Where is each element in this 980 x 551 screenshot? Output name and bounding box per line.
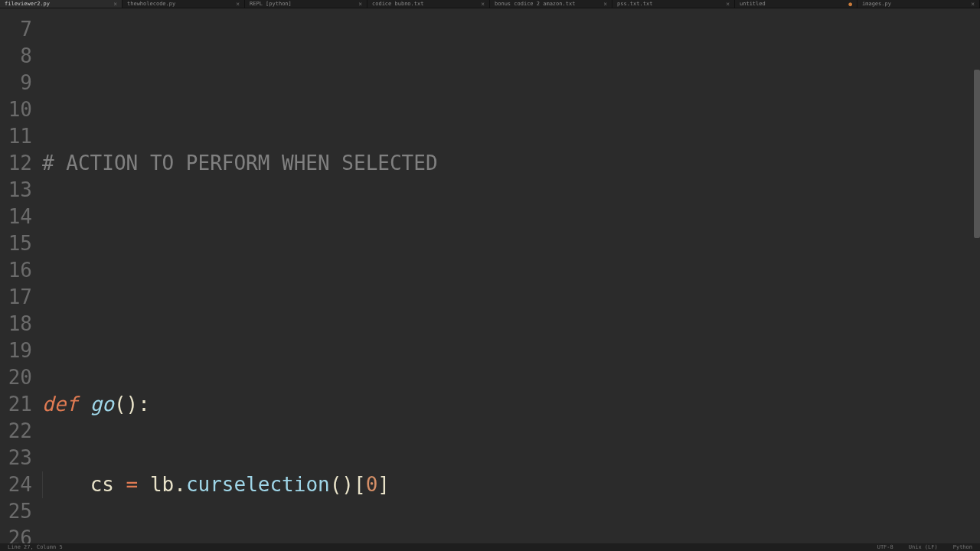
line-number[interactable]: 23: [0, 445, 38, 471]
close-icon[interactable]: ×: [236, 1, 240, 8]
status-bar: Line 27, Column 5 UTF-8 Unix (LF) Python: [0, 543, 980, 551]
line-number[interactable]: 9: [0, 70, 38, 96]
tab-label: images.py: [862, 1, 891, 7]
status-position[interactable]: Line 27, Column 5: [8, 544, 63, 550]
tab-label: fileviewer2.py: [5, 1, 50, 7]
code-line[interactable]: [42, 311, 974, 337]
modified-indicator-icon[interactable]: ●: [848, 1, 852, 8]
code-line[interactable]: [42, 230, 974, 257]
tab-label: codice bubno.txt: [372, 1, 423, 7]
line-number[interactable]: 21: [0, 391, 38, 418]
tab-label: REPL [python]: [250, 1, 292, 7]
keyword-def: def: [42, 393, 78, 416]
status-encoding[interactable]: UTF-8: [877, 544, 893, 550]
tab-images-py[interactable]: images.py×: [858, 0, 980, 8]
line-number[interactable]: 7: [0, 16, 38, 43]
line-number[interactable]: 22: [0, 418, 38, 445]
tab-pss-txt-txt[interactable]: pss.txt.txt×: [612, 0, 735, 8]
line-number[interactable]: 10: [0, 96, 38, 123]
line-number[interactable]: 18: [0, 311, 38, 337]
close-icon[interactable]: ×: [113, 1, 117, 8]
code-line[interactable]: def go():: [42, 391, 974, 418]
line-number[interactable]: 20: [0, 364, 38, 391]
tab-label: bonus codice 2 amazon.txt: [495, 1, 575, 7]
gutter: 7891011121314151617181920212223242526: [0, 8, 38, 544]
line-number[interactable]: 24: [0, 471, 38, 498]
line-number[interactable]: 15: [0, 230, 38, 257]
code-line[interactable]: [42, 70, 974, 96]
editor-area[interactable]: 7891011121314151617181920212223242526 # …: [0, 8, 980, 544]
line-number[interactable]: 26: [0, 525, 38, 544]
tab-fileviewer2-py[interactable]: fileviewer2.py×: [0, 0, 122, 8]
status-language[interactable]: Python: [953, 544, 972, 550]
code-view[interactable]: # ACTION TO PERFORM WHEN SELECTED def go…: [42, 8, 974, 544]
func-name: go: [90, 393, 114, 416]
tab-label: thewholecode.py: [127, 1, 175, 7]
tab-thewholecode-py[interactable]: thewholecode.py×: [122, 0, 245, 8]
tab-repl-python-[interactable]: REPL [python]×: [245, 0, 368, 8]
line-number[interactable]: 13: [0, 177, 38, 204]
scrollbar-thumb[interactable]: [974, 70, 980, 238]
vertical-scrollbar[interactable]: [974, 16, 980, 536]
close-icon[interactable]: ×: [481, 1, 485, 8]
line-number[interactable]: 8: [0, 43, 38, 70]
line-number[interactable]: 19: [0, 337, 38, 364]
code-line[interactable]: cs = lb.curselection()[0]: [42, 471, 974, 498]
tab-bonus-codice-2-amazon-txt[interactable]: bonus codice 2 amazon.txt×: [490, 0, 612, 8]
line-number[interactable]: 25: [0, 498, 38, 525]
tab-label: pss.txt.txt: [617, 1, 652, 7]
line-number[interactable]: 11: [0, 123, 38, 150]
close-icon[interactable]: ×: [358, 1, 362, 8]
line-number[interactable]: 16: [0, 257, 38, 284]
code-line[interactable]: # ACTION TO PERFORM WHEN SELECTED: [42, 150, 974, 177]
status-line-endings[interactable]: Unix (LF): [909, 544, 938, 550]
tab-untitled[interactable]: untitled●: [735, 0, 858, 8]
comment: # ACTION TO PERFORM WHEN SELECTED: [42, 152, 438, 174]
tab-label: untitled: [740, 1, 766, 7]
line-number[interactable]: 12: [0, 150, 38, 177]
close-icon[interactable]: ×: [971, 1, 975, 8]
line-number[interactable]: 17: [0, 284, 38, 311]
close-icon[interactable]: ×: [726, 1, 730, 8]
tab-bar: fileviewer2.py×thewholecode.py×REPL [pyt…: [0, 0, 980, 8]
close-icon[interactable]: ×: [603, 1, 607, 8]
line-number[interactable]: 14: [0, 204, 38, 230]
tab-codice-bubno-txt[interactable]: codice bubno.txt×: [368, 0, 490, 8]
